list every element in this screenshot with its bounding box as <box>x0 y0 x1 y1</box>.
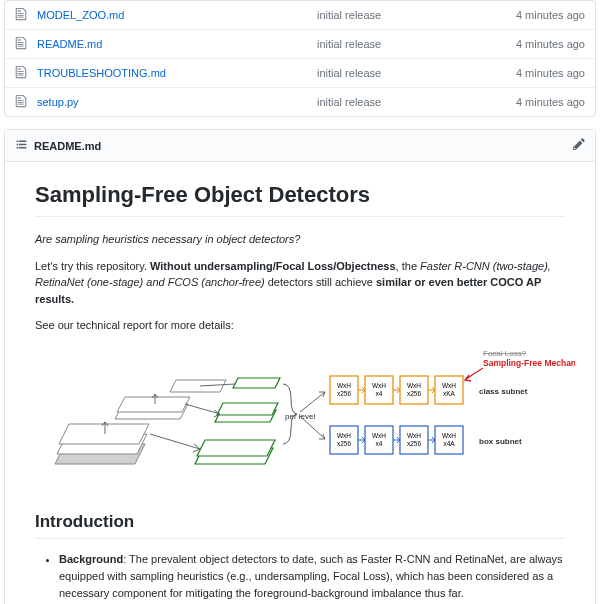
svg-text:box subnet: box subnet <box>479 437 522 446</box>
file-link[interactable]: MODEL_ZOO.md <box>37 9 317 21</box>
svg-text:WxHx256: WxHx256 <box>407 382 421 397</box>
file-time: 4 minutes ago <box>516 38 585 50</box>
h2-introduction: Introduction <box>35 512 565 539</box>
file-icon <box>15 7 29 23</box>
file-row: setup.py initial release 4 minutes ago <box>5 88 595 116</box>
file-time: 4 minutes ago <box>516 9 585 21</box>
intro-question: Are sampling heuristics necessary in obj… <box>35 231 565 248</box>
svg-text:WxHx256: WxHx256 <box>337 432 351 447</box>
file-time: 4 minutes ago <box>516 67 585 79</box>
svg-text:Sampling-Free Mechanism: Sampling-Free Mechanism <box>483 358 575 368</box>
svg-text:WxHx256: WxHx256 <box>337 382 351 397</box>
readme-title: Sampling-Free Object Detectors <box>35 182 565 217</box>
file-link[interactable]: README.md <box>37 38 317 50</box>
readme-header: README.md <box>5 130 595 162</box>
intro-paragraph: Let's try this repository. Without under… <box>35 258 565 308</box>
list-icon <box>15 138 28 153</box>
edit-icon[interactable] <box>573 137 585 154</box>
file-time: 4 minutes ago <box>516 96 585 108</box>
svg-text:class subnet: class subnet <box>479 387 528 396</box>
file-row: MODEL_ZOO.md initial release 4 minutes a… <box>5 1 595 30</box>
file-list: MODEL_ZOO.md initial release 4 minutes a… <box>4 0 596 117</box>
intro-list: Background: The prevalent object detecto… <box>35 551 565 605</box>
architecture-diagram: per level WxHx256 WxHx4 WxHx256 WxHxKA c… <box>35 344 565 494</box>
commit-msg[interactable]: initial release <box>317 96 516 108</box>
file-icon <box>15 94 29 110</box>
file-row: README.md initial release 4 minutes ago <box>5 30 595 59</box>
see-report: See our technical report for more detail… <box>35 317 565 334</box>
commit-msg[interactable]: initial release <box>317 9 516 21</box>
readme-filename: README.md <box>34 140 101 152</box>
svg-text:WxHxKA: WxHxKA <box>442 382 456 397</box>
svg-text:WxHx4A: WxHx4A <box>442 432 456 447</box>
readme-body: Sampling-Free Object Detectors Are sampl… <box>5 162 595 604</box>
svg-text:Focal Loss?: Focal Loss? <box>483 349 527 358</box>
readme-panel: README.md Sampling-Free Object Detectors… <box>4 129 596 604</box>
commit-msg[interactable]: initial release <box>317 67 516 79</box>
svg-text:WxHx256: WxHx256 <box>407 432 421 447</box>
commit-msg[interactable]: initial release <box>317 38 516 50</box>
file-row: TROUBLESHOOTING.md initial release 4 min… <box>5 59 595 88</box>
file-link[interactable]: setup.py <box>37 96 317 108</box>
file-link[interactable]: TROUBLESHOOTING.md <box>37 67 317 79</box>
list-item: Background: The prevalent object detecto… <box>59 551 565 602</box>
file-icon <box>15 65 29 81</box>
file-icon <box>15 36 29 52</box>
